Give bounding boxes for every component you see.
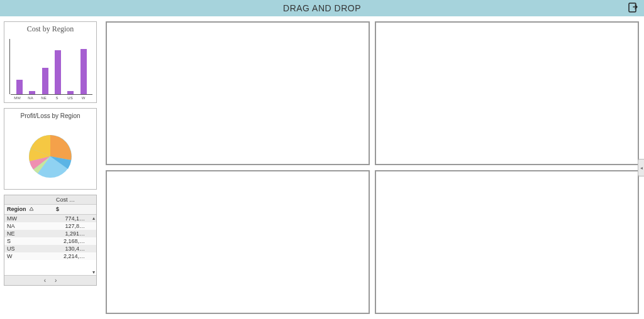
- svg-rect-0: [629, 3, 636, 12]
- thumbnail-profit-loss[interactable]: Profit/Loss by Region: [4, 108, 97, 190]
- col-currency[interactable]: $: [53, 205, 96, 214]
- drop-row-bottom: [106, 170, 639, 314]
- drop-row-top: [106, 21, 639, 165]
- thumbnail-table[interactable]: Cost … Region $ MW774,1… NA127,8… NE1,29…: [4, 195, 97, 286]
- bar-w: [80, 49, 87, 94]
- export-icon[interactable]: [628, 2, 639, 16]
- pie-chart-icon: [4, 123, 96, 189]
- bar-label: S: [50, 96, 64, 100]
- table-body: MW774,1… NA127,8… NE1,291… S2,168,… US13…: [4, 215, 96, 275]
- sidebar: Cost by Region MW NA NE S US W Profit/Lo…: [0, 16, 101, 319]
- header-title: DRAG AND DROP: [0, 3, 644, 13]
- header-bar: DRAG AND DROP: [0, 0, 644, 16]
- table-row[interactable]: MW774,1…: [4, 215, 96, 222]
- bar-s: [55, 50, 61, 94]
- table-pager: ‹ ›: [4, 275, 96, 285]
- table-subheader: Region $: [4, 205, 96, 215]
- col-cost[interactable]: Cost …: [53, 195, 96, 204]
- main-area: ◂: [101, 16, 644, 319]
- thumb-title: Cost by Region: [4, 22, 96, 36]
- table-row[interactable]: W2,214,…: [4, 252, 96, 260]
- table-row[interactable]: S2,168,…: [4, 237, 96, 245]
- bar-label: NA: [24, 96, 37, 100]
- bar-chart-icon: [11, 39, 92, 95]
- scroll-down-icon[interactable]: ▾: [92, 269, 95, 275]
- expand-handle-icon[interactable]: ◂: [638, 159, 644, 176]
- table-row[interactable]: NE1,291…: [4, 230, 96, 237]
- col-region[interactable]: Region: [4, 205, 53, 214]
- sort-asc-icon[interactable]: [29, 207, 34, 213]
- table-row[interactable]: US130,4…: [4, 245, 96, 252]
- drop-zone-3[interactable]: [106, 170, 370, 314]
- table-row[interactable]: NA127,8…: [4, 222, 96, 230]
- bar-mw: [16, 80, 23, 94]
- table-header: Cost …: [4, 195, 96, 205]
- bar-labels: MW NA NE S US W: [4, 95, 92, 102]
- thumbnail-cost-by-region[interactable]: Cost by Region MW NA NE S US W: [4, 21, 97, 103]
- bar-label: NE: [37, 96, 50, 100]
- chevron-right-icon[interactable]: ›: [55, 277, 57, 284]
- scroll-up-icon[interactable]: ▴: [92, 215, 95, 221]
- bar-us: [67, 91, 74, 94]
- bar-label: MW: [11, 96, 24, 100]
- thumb-title: Profit/Loss by Region: [4, 109, 96, 123]
- chevron-left-icon[interactable]: ‹: [44, 277, 46, 284]
- bar-na: [29, 91, 35, 94]
- drop-zone-1[interactable]: [106, 21, 370, 165]
- bar-ne: [42, 68, 48, 94]
- content: Cost by Region MW NA NE S US W Profit/Lo…: [0, 16, 644, 319]
- drop-zone-4[interactable]: [375, 170, 639, 314]
- drop-zone-2[interactable]: [375, 21, 639, 165]
- bar-label: US: [64, 96, 77, 100]
- bar-label: W: [77, 96, 90, 100]
